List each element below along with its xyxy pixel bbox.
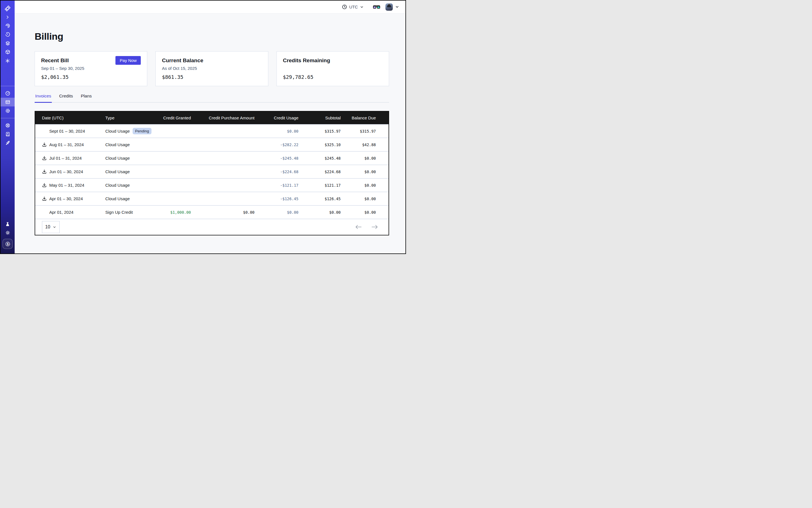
current-balance-card: Current Balance As of Oct 15, 2025 $861.… (156, 51, 268, 86)
balance-due: $315.97 (341, 129, 376, 133)
download-icon (42, 169, 47, 174)
download-invoice-button[interactable] (42, 183, 47, 187)
invoice-type: Cloud Usage (105, 183, 130, 187)
page-size-select[interactable]: 10 (42, 221, 60, 233)
page-size-value: 10 (45, 224, 50, 229)
sidebar-item-observe[interactable] (1, 22, 15, 30)
invoice-date: Jul 01 – 31, 2024 (49, 156, 82, 161)
subtotal: $0.00 (298, 210, 341, 215)
cube-icon (5, 49, 10, 55)
sidebar-item-docs[interactable] (1, 130, 15, 138)
sidebar-item-theme[interactable] (1, 228, 15, 237)
card-amount: $861.35 (162, 74, 262, 80)
page-title: Billing (35, 31, 389, 42)
invoice-date: Jun 01 – 30, 2024 (49, 169, 83, 174)
download-invoice-button[interactable] (42, 169, 47, 174)
credit-usage: $0.00 (255, 210, 298, 215)
app-window: $ UTC (0, 0, 406, 254)
gauge-icon (5, 91, 10, 96)
col-credit-usage: Credit Usage (255, 116, 298, 120)
main-area: UTC Billi (15, 1, 405, 253)
download-invoice-button[interactable] (42, 196, 47, 201)
table-row: Apr 01 – 30, 2024 Cloud Usage -$126.45 $… (35, 192, 389, 205)
credit-usage: -$126.45 (255, 197, 298, 201)
invoice-date: May 01 – 31, 2024 (49, 183, 84, 187)
sidebar-item-history[interactable] (1, 30, 15, 39)
credit-usage: -$245.48 (255, 156, 298, 161)
subtotal: $315.97 (298, 129, 341, 133)
sidebar-item-containers[interactable] (1, 48, 15, 56)
subtotal: $245.48 (298, 156, 341, 161)
table-row: Aug 01 – 31, 2024 Cloud Usage -$282.22 $… (35, 138, 389, 151)
card-title: Credits Remaining (283, 57, 330, 64)
previous-page-button[interactable] (355, 225, 361, 229)
topbar: UTC (15, 1, 405, 13)
sidebar: $ (1, 1, 15, 253)
view-mode-toggle[interactable] (373, 4, 380, 9)
clock-icon (342, 4, 347, 9)
sidebar-item-layers[interactable] (1, 39, 15, 48)
col-date: Date (UTC) (42, 116, 105, 120)
chevron-down-icon (395, 5, 399, 9)
content: Billing Recent Bill Pay Now Sep 01 – Sep… (15, 13, 405, 253)
next-page-button[interactable] (372, 225, 378, 229)
credit-usage: $0.00 (255, 129, 298, 133)
credit-usage: -$224.68 (255, 170, 298, 174)
balance-due: $42.88 (341, 142, 376, 147)
sidebar-item-functions[interactable] (1, 56, 15, 65)
table-row: Sept 01 – 30, 2024 Cloud Usage Pending $… (35, 124, 389, 138)
invoice-type: Cloud Usage (105, 129, 130, 133)
dollar-badge-icon: $ (5, 241, 11, 247)
table-row: Apr 01, 2024 Sign Up Credit $1,000.00 $0… (35, 205, 389, 219)
chevron-down-icon (360, 5, 364, 9)
balance-due: $0.00 (341, 170, 376, 174)
invoice-type: Sign Up Credit (105, 210, 133, 215)
col-balance-due: Balance Due (341, 116, 376, 120)
sun-icon (5, 230, 10, 236)
invoice-date: Apr 01, 2024 (49, 210, 74, 215)
asterisk-icon (5, 58, 10, 64)
app-logo[interactable] (1, 4, 15, 13)
card-subtitle: As of Oct 15, 2025 (162, 66, 262, 71)
gear-icon (5, 108, 10, 114)
account-menu[interactable] (395, 5, 399, 9)
timezone-selector[interactable]: UTC (342, 4, 364, 9)
pay-now-button[interactable]: Pay Now (116, 56, 141, 65)
credit-purchase: $0.00 (191, 210, 255, 215)
credits-rewards-button[interactable]: $ (3, 239, 13, 249)
layers-icon (5, 41, 10, 46)
sidebar-item-billing[interactable] (1, 98, 15, 107)
timer-icon (5, 32, 10, 37)
download-invoice-button[interactable] (42, 156, 47, 161)
invoice-table: Date (UTC) Type Credit Granted Credit Pu… (35, 111, 389, 236)
sidebar-item-support[interactable] (1, 121, 15, 130)
avatar[interactable] (385, 3, 393, 11)
billing-card-icon (5, 99, 10, 105)
wheel-icon (5, 123, 10, 128)
table-row: Jul 01 – 31, 2024 Cloud Usage -$245.48 $… (35, 151, 389, 165)
sidebar-item-settings[interactable] (1, 107, 15, 115)
subtotal: $325.10 (298, 142, 341, 147)
download-icon (42, 196, 47, 201)
sidebar-item-getting-started[interactable] (1, 138, 15, 147)
sidebar-expand[interactable] (1, 13, 15, 22)
billing-tabs: Invoices Credits Plans (35, 93, 389, 102)
balance-due: $0.00 (341, 197, 376, 201)
subtotal: $121.17 (298, 183, 341, 187)
download-invoice-button[interactable] (42, 142, 47, 147)
orbit-logo-icon (4, 5, 11, 12)
tab-plans[interactable]: Plans (80, 93, 92, 102)
col-subtotal: Subtotal (298, 116, 341, 120)
tab-invoices[interactable]: Invoices (35, 93, 52, 102)
recent-bill-card: Recent Bill Pay Now Sep 01 – Sep 30, 202… (35, 51, 147, 86)
sidebar-item-labs[interactable] (1, 220, 15, 228)
sidebar-item-usage[interactable] (1, 89, 15, 98)
spiral-eye-icon (5, 23, 10, 29)
table-row: May 01 – 31, 2024 Cloud Usage -$121.17 $… (35, 178, 389, 192)
table-header: Date (UTC) Type Credit Granted Credit Pu… (35, 112, 389, 124)
invoice-date: Apr 01 – 30, 2024 (49, 196, 83, 201)
card-amount: $2,061.35 (41, 74, 141, 80)
col-credit-granted: Credit Granted (155, 116, 191, 120)
invoice-type: Cloud Usage (105, 196, 130, 201)
tab-credits[interactable]: Credits (58, 93, 74, 102)
